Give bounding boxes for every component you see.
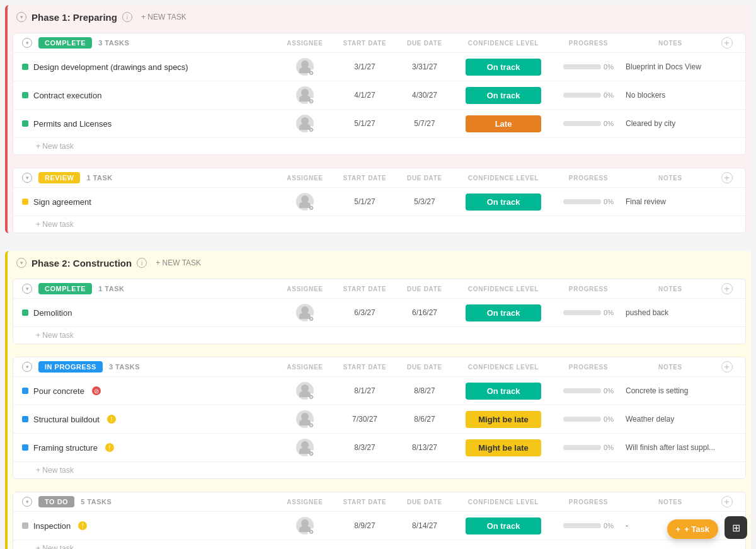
- task-dot: [22, 388, 28, 394]
- task-row-s1-complete-2[interactable]: Permits and Licenses ⚙ 5/1/27 5/7/27 Lat…: [13, 110, 745, 138]
- section-s1-complete: ▾ COMPLETE 3 TASKS ASSIGNEE START DATE D…: [13, 33, 746, 155]
- notes-cell: Will finish after last suppl...: [623, 443, 718, 452]
- add-column-icon-s1-review[interactable]: +: [721, 172, 733, 183]
- assignee-cell[interactable]: ⚙: [277, 439, 333, 456]
- start-date-cell: 8/9/27: [333, 521, 396, 530]
- confidence-cell[interactable]: On track: [453, 304, 554, 321]
- progress-bar-bg: [563, 199, 601, 204]
- progress-bar-bg: [563, 388, 601, 393]
- progress-pct: 0%: [604, 63, 614, 71]
- assignee-cell[interactable]: ⚙: [277, 382, 333, 400]
- avatar-gear-icon: ⚙: [307, 315, 315, 323]
- due-date-cell: 6/16/27: [396, 308, 453, 317]
- confidence-badge: On track: [466, 59, 541, 76]
- confidence-cell[interactable]: On track: [453, 383, 554, 400]
- phase-info-icon-phase1[interactable]: i: [122, 12, 132, 22]
- section-chevron-s2-complete[interactable]: ▾: [22, 284, 32, 294]
- assignee-cell[interactable]: ⚙: [277, 410, 333, 428]
- section-chevron-s1-review[interactable]: ▾: [22, 173, 32, 183]
- progress-pct: 0%: [604, 91, 614, 99]
- section-chevron-s1-complete[interactable]: ▾: [22, 38, 32, 48]
- confidence-cell[interactable]: On track: [453, 194, 554, 211]
- task-row-s1-complete-1[interactable]: Contract execution ⚙ 4/1/27 4/30/27 On t…: [13, 81, 745, 110]
- notes-cell: Cleared by city: [623, 119, 718, 128]
- progress-pct: 0%: [604, 387, 614, 395]
- confidence-cell[interactable]: Might be late: [453, 439, 554, 456]
- add-column-icon-s1-complete[interactable]: +: [721, 37, 733, 49]
- progress-bar-bg: [563, 445, 601, 450]
- assignee-cell[interactable]: ⚙: [277, 58, 333, 76]
- confidence-cell[interactable]: Might be late: [453, 411, 554, 428]
- col-duedate: DUE DATE: [396, 175, 453, 182]
- progress-cell: 0%: [554, 444, 623, 451]
- phase-chevron-phase2[interactable]: ▾: [16, 258, 26, 268]
- progress-pct: 0%: [604, 522, 614, 529]
- due-date-cell: 8/8/27: [396, 386, 453, 395]
- section-s2-todo: ▾ TO DO 5 TASKS ASSIGNEE START DATE DUE …: [13, 492, 746, 549]
- status-badge-s1-review: REVIEW: [38, 172, 80, 183]
- progress-bar-bg: [563, 64, 601, 69]
- new-task-row-s2-todo[interactable]: + New task: [13, 540, 745, 549]
- progress-pct: 0%: [604, 198, 614, 205]
- assignee-cell[interactable]: ⚙: [277, 517, 333, 535]
- phase-new-task-phase2[interactable]: + NEW TASK: [152, 257, 205, 269]
- phase-chevron-phase1[interactable]: ▾: [16, 12, 26, 22]
- phase-new-task-phase1[interactable]: + NEW TASK: [137, 11, 190, 23]
- avatar-gear-icon: ⚙: [307, 422, 315, 429]
- phase-info-icon-phase2[interactable]: i: [137, 258, 147, 268]
- progress-bar-bg: [563, 121, 601, 126]
- col-progress: PROGRESS: [554, 40, 623, 47]
- task-row-s2-todo-0[interactable]: Inspection ! ⚙ 8/9/27 8/14/27 On track: [13, 512, 745, 540]
- progress-cell: 0%: [554, 120, 623, 127]
- due-date-cell: 5/7/27: [396, 119, 453, 128]
- new-task-row-s1-review[interactable]: + New task: [13, 216, 745, 233]
- col-progress: PROGRESS: [554, 499, 623, 506]
- avatar-gear-icon: ⚙: [307, 204, 315, 212]
- assignee-cell[interactable]: ⚙: [277, 86, 333, 104]
- task-row-s2-complete-0[interactable]: Demolition ⚙ 6/3/27 6/16/27 On track: [13, 299, 745, 327]
- assignee-cell[interactable]: ⚙: [277, 193, 333, 211]
- new-task-row-s1-complete[interactable]: + New task: [13, 138, 745, 154]
- avatar-gear-icon: ⚙: [307, 393, 315, 401]
- add-task-fab[interactable]: + + Task: [667, 519, 718, 539]
- section-chevron-s2-todo[interactable]: ▾: [22, 497, 32, 507]
- assignee-avatar: ⚙: [296, 86, 314, 104]
- warning-icon: !: [78, 521, 87, 530]
- add-column-icon-s2-todo[interactable]: +: [721, 496, 733, 507]
- col-notes: NOTES: [623, 175, 718, 182]
- task-name: Permits and Licenses: [33, 119, 112, 129]
- task-row-s2-inprogress-0[interactable]: Pour concrete ⊘ ⚙ 8/1/27 8/8/27 On track: [13, 377, 745, 405]
- avatar-gear-icon: ⚙: [307, 528, 315, 536]
- col-duedate: DUE DATE: [396, 364, 453, 371]
- confidence-cell[interactable]: On track: [453, 87, 554, 104]
- col-notes: NOTES: [623, 40, 718, 47]
- add-column-icon-s2-complete[interactable]: +: [721, 283, 733, 294]
- task-row-s2-inprogress-2[interactable]: Framing structure ! ⚙ 8/3/27 8/13/27 Mig…: [13, 434, 745, 462]
- add-column-icon-s2-inprogress[interactable]: +: [721, 361, 733, 373]
- confidence-cell[interactable]: On track: [453, 517, 554, 535]
- due-date-cell: 5/3/27: [396, 197, 453, 206]
- confidence-cell[interactable]: Late: [453, 115, 554, 132]
- task-row-s1-review-0[interactable]: Sign agreement ⚙ 5/1/27 5/3/27 On track: [13, 188, 745, 216]
- notes-cell: Final review: [623, 197, 718, 206]
- plus-icon: +: [676, 524, 681, 534]
- new-task-row-s2-inprogress[interactable]: + New task: [13, 462, 745, 478]
- assignee-cell[interactable]: ⚙: [277, 115, 333, 132]
- assignee-cell[interactable]: ⚙: [277, 304, 333, 321]
- progress-cell: 0%: [554, 198, 623, 205]
- new-task-row-s2-complete[interactable]: + New task: [13, 327, 745, 344]
- task-dot: [22, 120, 28, 127]
- progress-bar-bg: [563, 93, 601, 98]
- notes-cell: No blockers: [623, 91, 718, 100]
- avatar-gear-icon: ⚙: [307, 98, 315, 105]
- section-s2-complete: ▾ COMPLETE 1 TASK ASSIGNEE START DATE DU…: [13, 279, 746, 344]
- progress-cell: 0%: [554, 415, 623, 423]
- task-row-s2-inprogress-1[interactable]: Structural buildout ! ⚙ 7/30/27 8/6/27 M…: [13, 405, 745, 434]
- task-row-s1-complete-0[interactable]: Design development (drawings and specs) …: [13, 53, 745, 81]
- section-chevron-s2-inprogress[interactable]: ▾: [22, 362, 32, 372]
- section-s1-review: ▾ REVIEW 1 TASK ASSIGNEE START DATE DUE …: [13, 168, 746, 233]
- grid-view-icon[interactable]: ⊞: [724, 516, 747, 539]
- fab-label: + Task: [684, 524, 709, 534]
- confidence-cell[interactable]: On track: [453, 59, 554, 76]
- col-startdate: START DATE: [333, 499, 396, 506]
